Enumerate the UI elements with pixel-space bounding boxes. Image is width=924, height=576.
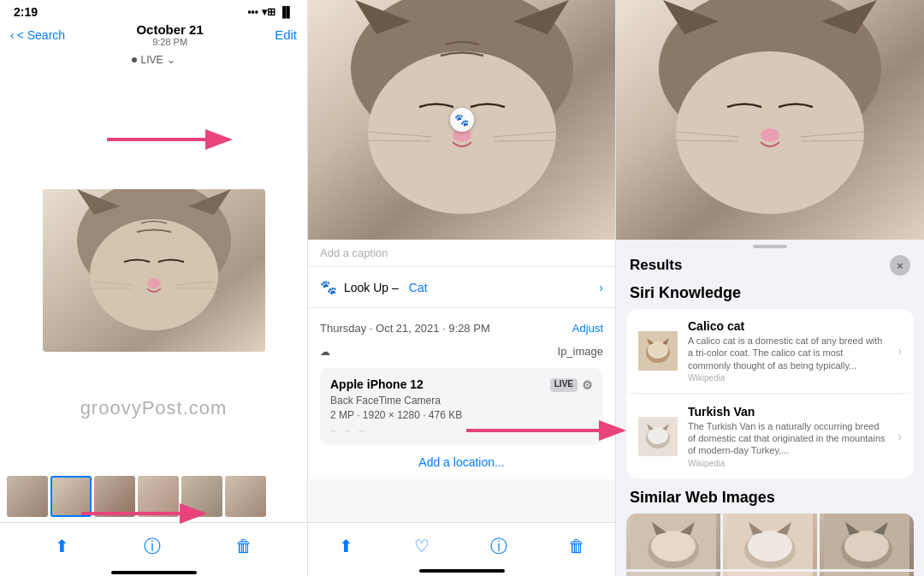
nav-date: October 21 (136, 22, 203, 37)
live-badge: LIVE ⌄ (0, 52, 307, 69)
turkish-van-image (638, 417, 678, 456)
chevron-left-icon: ‹ (10, 28, 15, 42)
svg-point-5 (147, 278, 161, 288)
svg-point-53 (748, 531, 792, 561)
watermark: groovyPost.com (0, 397, 307, 419)
adjust-button[interactable]: Adjust (572, 322, 603, 335)
back-label: < Search (17, 28, 65, 42)
paw-icon: 🐾 (320, 279, 337, 295)
info-section: 🐾 Look Up – Cat › (308, 267, 615, 308)
signal-icon: ••• (247, 6, 258, 18)
device-badges: LIVE ⚙ (550, 378, 593, 392)
drag-bar (753, 245, 787, 248)
status-bar: 2:19 ••• ▾⊞ ▐▌ (0, 0, 307, 21)
arrow-to-right (462, 418, 633, 443)
similar-image-5[interactable] (723, 572, 817, 576)
share-icon-left[interactable]: ⬆ (55, 536, 69, 556)
nav-title-area: October 21 9:28 PM (136, 22, 203, 47)
middle-home-indicator (308, 569, 615, 576)
status-time: 2:19 (14, 5, 38, 19)
settings-icon-small[interactable]: ⚙ (582, 378, 593, 392)
cat-illustration-right (616, 0, 924, 240)
lookup-text: Look Up – (344, 281, 399, 294)
turkish-thumbnail (638, 417, 678, 456)
similar-image-2[interactable] (723, 514, 817, 569)
similar-image-1[interactable] (626, 514, 720, 569)
calico-name: Calico cat (688, 319, 887, 333)
close-button[interactable]: × (890, 255, 910, 276)
heart-icon-middle[interactable]: ♡ (414, 536, 429, 556)
arrow-to-middle (103, 127, 240, 152)
calico-text-area: Calico cat A calico cat is a domestic ca… (688, 319, 887, 383)
svg-point-4 (90, 219, 218, 330)
knowledge-card: Calico cat A calico cat is a domestic ca… (626, 309, 914, 478)
turkish-source: Wikipedia (688, 459, 887, 468)
arrow-to-info (77, 501, 214, 526)
live-dot (132, 57, 137, 62)
info-icon-left[interactable]: ⓘ (144, 535, 161, 558)
cloud-label: Ip_image (558, 345, 603, 358)
results-header: Results × (616, 250, 924, 284)
knowledge-item-turkish[interactable]: Turkish Van The Turkish Van is a natural… (626, 395, 914, 478)
siri-knowledge-title: Siri Knowledge (626, 284, 914, 302)
device-camera: Back FaceTime Camera (330, 395, 593, 407)
edit-button[interactable]: Edit (275, 27, 297, 42)
wifi-icon: ▾⊞ (262, 6, 275, 18)
similar-image-6[interactable] (820, 572, 914, 576)
right-panel: Results × Siri Knowledge Calico cat (616, 0, 924, 576)
knowledge-item-calico[interactable]: Calico cat A calico cat is a domestic ca… (626, 309, 914, 394)
lookup-row[interactable]: 🐾 Look Up – Cat › (320, 276, 603, 299)
add-location-button[interactable]: Add a location... (320, 445, 603, 479)
drag-handle[interactable] (616, 240, 924, 250)
similar-cat-6 (820, 572, 914, 576)
back-button[interactable]: ‹ < Search (10, 28, 65, 42)
thumb-6[interactable] (225, 476, 266, 517)
siri-section: Siri Knowledge Calico cat A calico cat i… (616, 284, 924, 489)
share-icon-middle[interactable]: ⬆ (339, 536, 353, 556)
cat-illustration-left (43, 189, 265, 352)
turkish-desc: The Turkish Van is a naturally occurring… (688, 420, 887, 457)
svg-point-58 (844, 531, 889, 561)
trash-icon-middle[interactable]: 🗑 (568, 537, 585, 556)
thumb-1[interactable] (7, 476, 48, 517)
similar-cat-4 (626, 572, 720, 576)
home-indicator-left (0, 569, 307, 576)
meta-date: Thursday · Oct 21, 2021 · 9:28 PM (320, 322, 490, 335)
similar-image-3[interactable] (820, 514, 914, 569)
badge-live: LIVE (550, 378, 578, 392)
left-panel: 2:19 ••• ▾⊞ ▐▌ ‹ < Search October 21 9:2… (0, 0, 308, 576)
meta-date-row: Thursday · Oct 21, 2021 · 9:28 PM Adjust (320, 315, 603, 338)
calico-cat-image (638, 331, 678, 371)
similar-title: Similar Web Images (626, 489, 914, 507)
results-title: Results (630, 257, 682, 274)
live-chevron: ⌄ (167, 54, 175, 66)
svg-point-31 (761, 128, 779, 142)
device-name: Apple iPhone 12 LIVE ⚙ (330, 377, 593, 392)
svg-rect-71 (824, 572, 909, 576)
similar-cat-3 (820, 514, 914, 569)
calico-desc: A calico cat is a domestic cat of any br… (688, 335, 887, 371)
middle-panel: 🐾 Add a caption 🐾 Look Up – Cat › Thursd… (308, 0, 616, 576)
cat-photo-right (616, 0, 924, 240)
trash-icon-left[interactable]: 🗑 (235, 537, 252, 556)
similar-image-4[interactable] (626, 572, 720, 576)
similar-section: Similar Web Images (616, 489, 924, 576)
status-icons: ••• ▾⊞ ▐▌ (247, 6, 293, 18)
svg-point-48 (651, 531, 696, 561)
calico-source: Wikipedia (688, 373, 887, 383)
cat-photo-left (43, 189, 265, 352)
meta-cloud-row: ☁ Ip_image (320, 338, 603, 361)
turkish-name: Turkish Van (688, 405, 887, 419)
cloud-icon: ☁ (320, 346, 330, 358)
live-label: LIVE (140, 54, 163, 66)
middle-bottom-toolbar: ⬆ ♡ ⓘ 🗑 (308, 522, 615, 569)
battery-icon: ▐▌ (279, 6, 293, 18)
paw-icon-overlay: 🐾 (450, 108, 474, 132)
cat-main-photo: 🐾 (308, 0, 615, 240)
similar-cat-5 (723, 572, 817, 576)
info-icon-middle[interactable]: ⓘ (490, 535, 507, 558)
calico-thumbnail (638, 331, 678, 371)
svg-rect-66 (727, 572, 813, 576)
turkish-text-area: Turkish Van The Turkish Van is a natural… (688, 405, 887, 468)
caption-field[interactable]: Add a caption (308, 240, 615, 267)
